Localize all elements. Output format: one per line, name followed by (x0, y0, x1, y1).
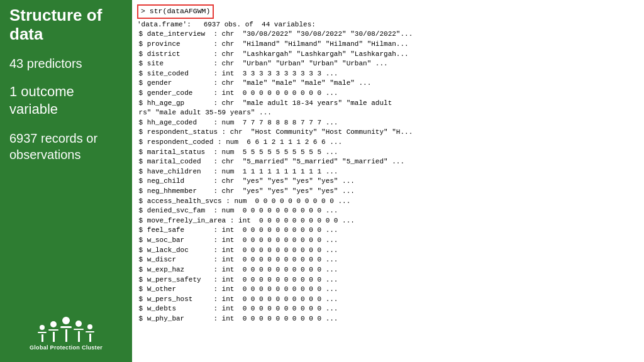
code-line: $ denied_svc_fam : num 0 0 0 0 0 0 0 0 0… (135, 206, 447, 216)
logo-figures (38, 317, 94, 342)
code-command: > str(dataAFGWM) (137, 4, 214, 19)
code-line: $ district : chr "Lashkargah" "Lashkarga… (135, 50, 447, 60)
code-line: $ gender_code : int 0 0 0 0 0 0 0 0 0 0 … (135, 89, 447, 99)
code-line: $ marital_status : num 5 5 5 5 5 5 5 5 5… (135, 148, 447, 158)
code-line: $ feel_safe : int 0 0 0 0 0 0 0 0 0 0 ..… (135, 226, 447, 236)
panel-title: Structure of data (9, 6, 123, 44)
logo-figure-4 (74, 321, 84, 342)
code-main: > str(dataAFGWM) 'data.frame': 6937 obs.… (132, 0, 449, 362)
logo-figure-2 (48, 321, 58, 342)
code-line: $ w_lack_doc : int 0 0 0 0 0 0 0 0 0 0 .… (135, 246, 447, 256)
code-line: $ w_pers_host : int 0 0 0 0 0 0 0 0 0 0 … (135, 295, 447, 305)
code-line: $ w_pers_safety : int 0 0 0 0 0 0 0 0 0 … (135, 275, 447, 285)
code-line: $ w_discr : int 0 0 0 0 0 0 0 0 0 0 ... (135, 255, 447, 265)
code-line: $ have_children : num 1 1 1 1 1 1 1 1 1 … (135, 167, 447, 177)
stat-predictors: 43 predictors (9, 55, 123, 72)
code-line: $ w_soc_bar : int 0 0 0 0 0 0 0 0 0 0 ..… (135, 236, 447, 246)
logo-text: Global Protection Cluster (30, 344, 103, 351)
code-line: $ site_coded : int 3 3 3 3 3 3 3 3 3 3 .… (135, 69, 447, 79)
code-line: $ province : chr "Hilmand" "Hilmand" "Hi… (135, 40, 447, 50)
right-panel: > str(dataAFGWM) 'data.frame': 6937 obs.… (132, 0, 644, 362)
code-line: rs" "male adult 35-59 years" ... (135, 108, 447, 118)
code-line: $ hh_age_coded : num 7 7 7 8 8 8 8 7 7 7… (135, 118, 447, 128)
code-line: $ marital_coded : chr "5_married" "5_mar… (135, 157, 447, 167)
left-panel: Structure of data 43 predictors 1 outcom… (0, 0, 132, 362)
code-line: $ W_other : int 0 0 0 0 0 0 0 0 0 0 ... (135, 285, 447, 295)
code-line: $ site : chr "Urban" "Urban" "Urban" "Ur… (135, 59, 447, 69)
code-line: $ neg_hhmember : chr "yes" "yes" "yes" "… (135, 187, 447, 197)
code-line: $ date_interview : chr "30/08/2022" "30/… (135, 30, 447, 40)
code-line: $ hh_age_gp : chr "male adult 18-34 year… (135, 99, 447, 109)
code-line: $ move_freely_in_area : int 0 0 0 0 0 0 … (135, 216, 447, 226)
code-line: $ respondent_coded : num 6 6 1 2 1 1 1 2… (135, 138, 447, 148)
logo-figure-3 (60, 317, 72, 342)
code-line: $ w_debts : int 0 0 0 0 0 0 0 0 0 0 ... (135, 304, 447, 314)
code-body: 'data.frame': 6937 obs. of 44 variables:… (132, 19, 449, 326)
code-line: $ w_exp_haz : int 0 0 0 0 0 0 0 0 0 0 ..… (135, 265, 447, 275)
code-line: $ access_health_svcs : num 0 0 0 0 0 0 0… (135, 197, 447, 207)
code-line: $ gender : chr "male" "male" "male" "mal… (135, 79, 447, 89)
logo-figure-1 (38, 325, 47, 342)
logo-area: Global Protection Cluster (9, 317, 123, 356)
stat-outcome: 1 outcome variable (9, 83, 123, 119)
stat-records: 6937 records or observations (9, 130, 123, 163)
code-right-panel (449, 0, 644, 362)
code-line: $ neg_child : chr "yes" "yes" "yes" "yes… (135, 177, 447, 187)
logo-figure-5 (86, 324, 94, 342)
code-line: $ w_phy_bar : int 0 0 0 0 0 0 0 0 0 0 ..… (135, 314, 447, 324)
code-line: $ respondent_status : chr "Host Communit… (135, 128, 447, 138)
